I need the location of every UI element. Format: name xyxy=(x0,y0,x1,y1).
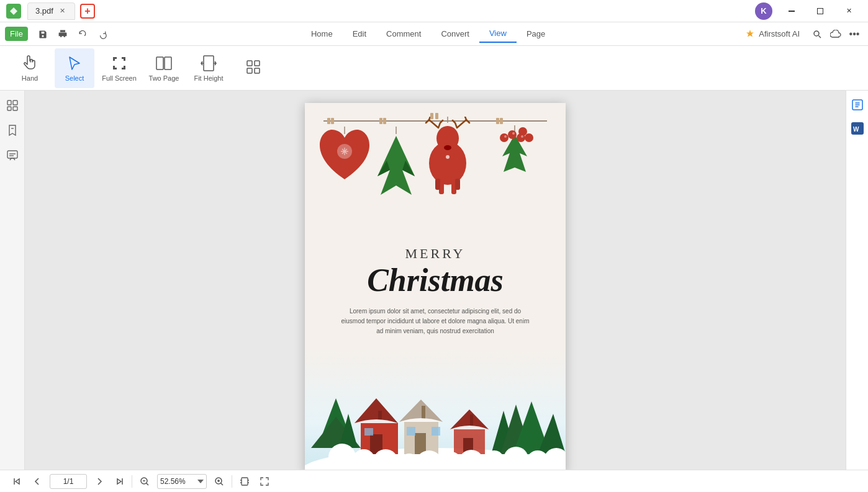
clothespin-1 xyxy=(326,118,336,124)
svg-rect-13 xyxy=(13,101,17,105)
hand-tool-button[interactable]: Hand xyxy=(10,48,50,88)
svg-rect-65 xyxy=(432,427,440,436)
svg-rect-59 xyxy=(364,428,373,436)
redo-button[interactable] xyxy=(94,25,111,43)
svg-rect-20 xyxy=(327,118,330,124)
file-menu-button[interactable]: File xyxy=(5,27,28,41)
clothespin-4 xyxy=(495,118,505,124)
card-bottom-scene xyxy=(305,349,566,470)
left-sidebar xyxy=(0,91,25,470)
twopage-tool-label: Two Page xyxy=(149,74,179,82)
svg-rect-36 xyxy=(435,179,440,190)
fullscreen-tool-button[interactable]: Full Screen xyxy=(99,48,139,88)
undo-button[interactable] xyxy=(74,25,91,43)
bookmark-panel-button[interactable] xyxy=(2,120,22,140)
svg-point-87 xyxy=(510,453,516,459)
right-panel-button-1[interactable] xyxy=(848,96,867,114)
zoom-out-button[interactable] xyxy=(137,474,152,489)
zoom-selector[interactable]: 25% 50% 52.56% 75% 100% 125% 150% 200% xyxy=(157,474,207,489)
search-button[interactable] xyxy=(808,25,826,43)
tab-close-button[interactable]: ✕ xyxy=(58,7,67,16)
bottom-bar: 25% 50% 52.56% 75% 100% 125% 150% 200% xyxy=(0,470,868,492)
pdf-page: MERRY Christmas Lorem ipsum dolor sit am… xyxy=(305,103,566,470)
svg-point-42 xyxy=(508,130,517,139)
fullscreen-tool-label: Full Screen xyxy=(102,74,137,82)
svg-point-48 xyxy=(521,135,523,138)
thumbnail-panel-button[interactable] xyxy=(2,96,22,115)
fullscreen-bottom-button[interactable] xyxy=(257,474,272,489)
tab-label: 3.pdf xyxy=(35,6,53,16)
nav-page[interactable]: Page xyxy=(517,25,555,42)
card-top-decorations xyxy=(305,103,566,239)
svg-rect-7 xyxy=(204,56,214,71)
next-page-button[interactable] xyxy=(92,474,107,489)
nav-comment[interactable]: Comment xyxy=(376,25,431,42)
cloud-button[interactable] xyxy=(827,25,844,43)
new-tab-button[interactable]: + xyxy=(80,4,95,19)
minimize-button[interactable] xyxy=(777,2,806,20)
nav-convert[interactable]: Convert xyxy=(431,25,479,42)
svg-point-45 xyxy=(518,127,527,136)
separator-1 xyxy=(132,475,132,488)
print-button[interactable] xyxy=(54,25,71,43)
select-tool-label: Select xyxy=(65,74,84,82)
hand-tool-label: Hand xyxy=(22,74,38,82)
svg-rect-98 xyxy=(242,478,248,485)
svg-rect-8 xyxy=(247,61,252,66)
svg-point-85 xyxy=(336,451,342,457)
last-page-button[interactable] xyxy=(112,474,127,489)
twopage-tool-button[interactable]: Two Page xyxy=(144,48,184,88)
word-convert-button[interactable]: W xyxy=(848,119,867,138)
title-bar: 3.pdf ✕ + K ✕ xyxy=(0,0,868,22)
svg-text:W: W xyxy=(853,126,859,133)
view-toolbar: Hand Select Full Screen Two Page Fit Hei… xyxy=(0,46,868,91)
nav-view[interactable]: View xyxy=(479,25,517,43)
moose-ornament xyxy=(417,117,479,197)
fitheight-tool-button[interactable]: Fit Height xyxy=(189,48,228,88)
save-button[interactable] xyxy=(34,25,52,43)
svg-rect-37 xyxy=(455,179,460,190)
quick-access-toolbar xyxy=(34,25,111,43)
nav-home[interactable]: Home xyxy=(301,25,343,42)
ai-label: Afirstsoft AI xyxy=(759,29,800,38)
tab-3pdf[interactable]: 3.pdf ✕ xyxy=(27,2,75,20)
ai-button[interactable]: Afirstsoft AI xyxy=(738,27,807,42)
nav-menu: Home Edit Comment Convert View Page xyxy=(120,25,736,43)
comment-panel-button[interactable] xyxy=(2,145,22,165)
svg-rect-17 xyxy=(7,151,17,158)
merry-heading: MERRY xyxy=(330,246,541,262)
page-number-input[interactable] xyxy=(50,474,87,489)
svg-rect-27 xyxy=(430,113,433,119)
main-area: MERRY Christmas Lorem ipsum dolor sit am… xyxy=(0,91,868,470)
svg-rect-63 xyxy=(422,406,425,419)
prev-page-button[interactable] xyxy=(30,474,45,489)
svg-rect-1 xyxy=(789,11,795,12)
svg-rect-62 xyxy=(415,433,426,454)
svg-line-97 xyxy=(221,483,224,485)
fit-page-button[interactable] xyxy=(237,474,252,489)
svg-rect-21 xyxy=(331,118,334,124)
svg-rect-2 xyxy=(818,8,823,14)
maximize-button[interactable] xyxy=(806,2,834,20)
zoom-in-button[interactable] xyxy=(212,474,227,489)
close-button[interactable]: ✕ xyxy=(834,2,863,20)
svg-rect-69 xyxy=(470,414,473,426)
svg-point-81 xyxy=(484,450,504,470)
extra-tool-button[interactable] xyxy=(233,48,273,88)
first-page-button[interactable] xyxy=(10,474,25,489)
svg-point-86 xyxy=(423,457,430,465)
svg-rect-38 xyxy=(496,118,499,124)
more-options-button[interactable]: ••• xyxy=(846,25,863,43)
svg-line-4 xyxy=(819,35,821,38)
file-menu-label: File xyxy=(10,29,23,38)
nav-edit[interactable]: Edit xyxy=(343,25,376,42)
svg-rect-64 xyxy=(407,427,415,436)
snow-scene-svg xyxy=(305,349,566,470)
svg-rect-28 xyxy=(435,113,438,119)
svg-rect-14 xyxy=(7,107,11,110)
select-tool-button[interactable]: Select xyxy=(55,48,94,88)
svg-point-41 xyxy=(500,133,509,142)
user-avatar[interactable]: K xyxy=(755,2,772,20)
content-area[interactable]: MERRY Christmas Lorem ipsum dolor sit am… xyxy=(25,91,846,470)
menu-bar: File Home Edit Comment Convert View Page… xyxy=(0,22,868,46)
